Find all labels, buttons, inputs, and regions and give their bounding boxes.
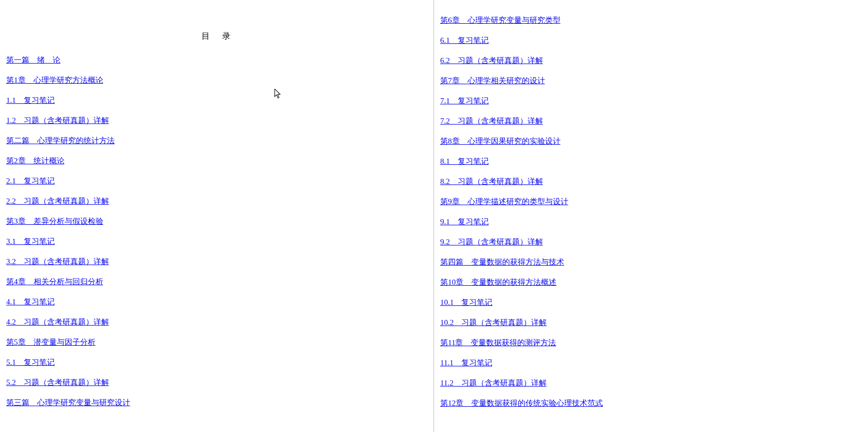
toc-link[interactable]: 11.2 习题（含考研真题）详解 [440,379,547,387]
toc-title: 目 录 [6,31,427,42]
toc-entry: 第1章 心理学研究方法概论 [6,75,427,85]
page-left: 目 录 第一篇 绪 论第1章 心理学研究方法概论1.1 复习笔记1.2 习题（含… [0,0,434,432]
toc-entry: 8.1 复习笔记 [440,157,862,166]
toc-entry: 4.2 习题（含考研真题）详解 [6,317,427,327]
toc-entry: 11.2 习题（含考研真题）详解 [440,378,862,388]
toc-entry: 2.2 习题（含考研真题）详解 [6,196,427,206]
toc-link[interactable]: 第12章 变量数据获得的传统实验心理技术范式 [440,399,603,407]
toc-link[interactable]: 第10章 变量数据的获得方法概述 [440,278,556,286]
toc-entry: 6.1 复习笔记 [440,36,862,45]
toc-link[interactable]: 1.1 复习笔记 [6,96,55,104]
toc-link[interactable]: 第6章 心理学研究变量与研究类型 [440,16,561,24]
toc-entry: 第一篇 绪 论 [6,55,427,65]
toc-entry: 第三篇 心理学研究变量与研究设计 [6,398,427,408]
toc-entry: 第12章 变量数据获得的传统实验心理技术范式 [440,398,862,408]
toc-entry: 8.2 习题（含考研真题）详解 [440,177,862,187]
toc-link[interactable]: 3.2 习题（含考研真题）详解 [6,257,109,266]
toc-link[interactable]: 3.1 复习笔记 [6,237,55,245]
toc-link[interactable]: 4.1 复习笔记 [6,298,55,306]
toc-link[interactable]: 第8章 心理学因果研究的实验设计 [440,137,561,145]
toc-entry: 3.2 习题（含考研真题）详解 [6,257,427,267]
toc-entry: 第4章 相关分析与回归分析 [6,277,427,287]
toc-entry: 第3章 差异分析与假设检验 [6,217,427,226]
toc-link[interactable]: 第一篇 绪 论 [6,56,60,64]
toc-entry: 第5章 潜变量与因子分析 [6,337,427,347]
toc-list-right: 第6章 心理学研究变量与研究类型6.1 复习笔记6.2 习题（含考研真题）详解第… [440,16,862,408]
toc-entry: 1.1 复习笔记 [6,96,427,105]
toc-entry: 5.1 复习笔记 [6,358,427,367]
toc-link[interactable]: 7.2 习题（含考研真题）详解 [440,117,543,125]
toc-link[interactable]: 5.2 习题（含考研真题）详解 [6,378,109,387]
toc-link[interactable]: 8.2 习题（含考研真题）详解 [440,177,543,186]
page-right: 第6章 心理学研究变量与研究类型6.1 复习笔记6.2 习题（含考研真题）详解第… [434,0,868,432]
document-spread: 目 录 第一篇 绪 论第1章 心理学研究方法概论1.1 复习笔记1.2 习题（含… [0,0,868,432]
toc-entry: 9.2 习题（含考研真题）详解 [440,237,862,247]
toc-entry: 10.2 习题（含考研真题）详解 [440,318,862,328]
toc-entry: 11.1 复习笔记 [440,358,862,368]
toc-link[interactable]: 10.2 习题（含考研真题）详解 [440,318,547,327]
toc-entry: 第四篇 变量数据的获得方法与技术 [440,257,862,267]
toc-entry: 第7章 心理学相关研究的设计 [440,76,862,86]
toc-link[interactable]: 2.2 习题（含考研真题）详解 [6,197,109,205]
toc-link[interactable]: 第四篇 变量数据的获得方法与技术 [440,258,564,266]
toc-entry: 第9章 心理学描述研究的类型与设计 [440,197,862,207]
toc-entry: 3.1 复习笔记 [6,237,427,246]
toc-entry: 2.1 复习笔记 [6,176,427,186]
toc-entry: 第10章 变量数据的获得方法概述 [440,277,862,287]
toc-link[interactable]: 9.2 习题（含考研真题）详解 [440,238,543,246]
toc-link[interactable]: 第3章 差异分析与假设检验 [6,217,103,225]
toc-link[interactable]: 第5章 潜变量与因子分析 [6,338,96,346]
toc-entry: 5.2 习题（含考研真题）详解 [6,378,427,388]
toc-link[interactable]: 第7章 心理学相关研究的设计 [440,76,545,85]
toc-entry: 6.2 习题（含考研真题）详解 [440,56,862,66]
toc-link[interactable]: 9.1 复习笔记 [440,218,489,226]
toc-link[interactable]: 6.2 习题（含考研真题）详解 [440,56,543,65]
toc-link[interactable]: 第11章 变量数据获得的测评方法 [440,338,556,347]
toc-list-left: 第一篇 绪 论第1章 心理学研究方法概论1.1 复习笔记1.2 习题（含考研真题… [6,55,427,408]
toc-link[interactable]: 10.1 复习笔记 [440,298,492,306]
toc-link[interactable]: 第二篇 心理学研究的统计方法 [6,136,115,145]
toc-link[interactable]: 7.1 复习笔记 [440,97,489,105]
toc-entry: 9.1 复习笔记 [440,217,862,227]
toc-link[interactable]: 第1章 心理学研究方法概论 [6,76,103,84]
toc-link[interactable]: 2.1 复习笔记 [6,177,55,185]
toc-link[interactable]: 4.2 习题（含考研真题）详解 [6,318,109,326]
toc-entry: 第6章 心理学研究变量与研究类型 [440,16,862,25]
toc-link[interactable]: 第三篇 心理学研究变量与研究设计 [6,398,130,407]
toc-link[interactable]: 第2章 统计概论 [6,157,65,165]
toc-entry: 7.2 习题（含考研真题）详解 [440,116,862,126]
toc-link[interactable]: 5.1 复习笔记 [6,358,55,366]
toc-entry: 7.1 复习笔记 [440,96,862,106]
toc-link[interactable]: 第9章 心理学描述研究的类型与设计 [440,197,568,206]
toc-entry: 4.1 复习笔记 [6,297,427,307]
toc-link[interactable]: 第4章 相关分析与回归分析 [6,277,103,286]
toc-entry: 第二篇 心理学研究的统计方法 [6,136,427,146]
toc-entry: 第8章 心理学因果研究的实验设计 [440,136,862,146]
toc-entry: 第11章 变量数据获得的测评方法 [440,338,862,348]
toc-link[interactable]: 8.1 复习笔记 [440,157,489,165]
toc-entry: 1.2 习题（含考研真题）详解 [6,116,427,126]
toc-link[interactable]: 11.1 复习笔记 [440,359,492,367]
toc-link[interactable]: 6.1 复习笔记 [440,36,489,44]
toc-entry: 第2章 统计概论 [6,156,427,166]
toc-entry: 10.1 复习笔记 [440,298,862,307]
toc-link[interactable]: 1.2 习题（含考研真题）详解 [6,116,109,125]
